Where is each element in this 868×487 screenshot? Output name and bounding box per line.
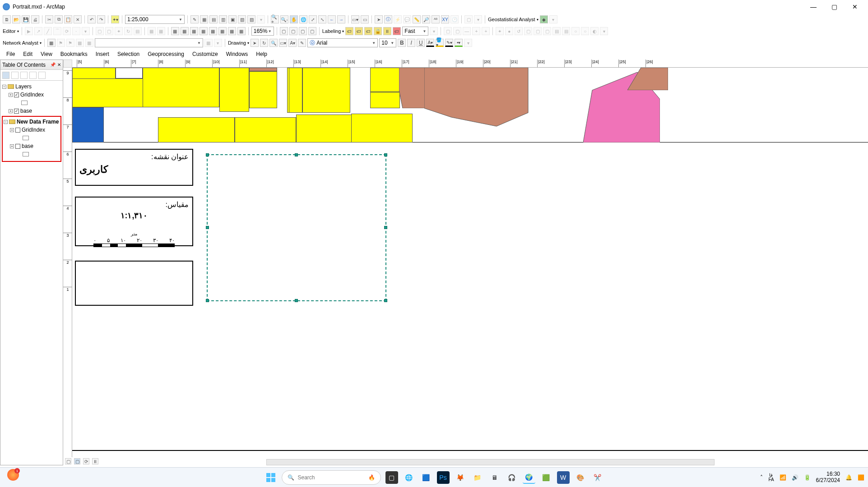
editor-toolbar-icon[interactable]: ✎ <box>190 15 199 23</box>
close-button[interactable]: ✕ <box>849 1 861 13</box>
viewer-icon[interactable]: ▢ <box>464 15 473 23</box>
edit-vertices-draw-icon[interactable]: ✎ <box>298 39 306 47</box>
paste-icon[interactable]: 📋 <box>64 15 72 23</box>
toc-list-visibility-icon[interactable] <box>20 72 28 79</box>
layer-checkbox[interactable] <box>15 144 20 149</box>
goto-xy-icon[interactable]: XY <box>441 15 449 23</box>
fill-color-icon[interactable]: 🪣▾ <box>436 39 444 47</box>
toc-pin-icon[interactable]: 📌 <box>50 62 56 67</box>
ddp-refresh-icon[interactable]: ▦ <box>209 27 217 35</box>
select-elements-icon[interactable]: ➤ <box>375 15 383 23</box>
map-title-box[interactable]: عنوان نقشه: کاربری <box>75 149 193 186</box>
lock-labels-icon[interactable]: 🔒 <box>374 27 382 35</box>
map-scale-box[interactable]: مقیاس: ۱:۱,۳۱۰ متر ۴۰ ۳۰ ۲۰ ۱۰ ۵ ۰ <box>75 197 193 246</box>
find-route-icon[interactable]: ᴬᴮ <box>432 15 440 23</box>
zoom-to-selected-icon[interactable]: 🔍 <box>269 39 278 47</box>
add-data-icon[interactable]: ✦▾ <box>111 15 119 23</box>
rotate-element-icon[interactable]: ↻ <box>260 39 268 47</box>
python-icon[interactable]: ▣ <box>228 15 237 23</box>
print-icon[interactable]: 🖨 <box>31 15 39 23</box>
geostat-wizard-icon[interactable]: ◆ <box>540 15 548 23</box>
copy-icon[interactable]: ⧉ <box>55 15 63 23</box>
italic-icon[interactable]: I <box>407 39 415 47</box>
zoom-in-icon[interactable]: 🔍+ <box>271 15 279 23</box>
tree-toggle[interactable]: − <box>2 85 6 89</box>
measure-icon[interactable]: 📏 <box>413 15 421 23</box>
menu-bookmarks[interactable]: Bookmarks <box>57 50 91 58</box>
layer-base-2[interactable]: base <box>22 143 33 149</box>
pan-icon[interactable]: ✋ <box>290 15 298 23</box>
layer-swatch[interactable] <box>21 101 28 105</box>
minimize-button[interactable]: — <box>808 1 819 13</box>
tree-toggle[interactable]: + <box>10 128 14 132</box>
full-extent-icon[interactable]: 🌐 <box>299 15 307 23</box>
layout-focus-icon[interactable]: ▢ <box>299 27 307 35</box>
network-analyst-menu[interactable]: Network Analyst <box>3 40 38 46</box>
catalog-icon[interactable]: ▤ <box>209 15 218 23</box>
gr-more-icon[interactable]: ▾ <box>600 27 608 35</box>
label-more-icon[interactable]: ▾ <box>430 27 438 35</box>
page-text-icon[interactable]: ▦ <box>237 27 246 35</box>
ddp-next-icon[interactable]: ▦ <box>190 27 198 35</box>
map-legend-box[interactable] <box>75 261 193 306</box>
draw-more-icon[interactable]: ▾ <box>464 39 472 47</box>
menu-geoprocessing[interactable]: Geoprocessing <box>144 50 188 58</box>
menu-insert[interactable]: Insert <box>92 50 113 58</box>
open-icon[interactable]: 📂 <box>12 15 20 23</box>
fixed-zoom-in-icon[interactable]: ⤢ <box>309 15 317 23</box>
menu-windows[interactable]: Windows <box>223 50 252 58</box>
ddp-setup-icon[interactable]: ▦ <box>218 27 227 35</box>
new-text-icon[interactable]: A▾ <box>288 39 297 47</box>
marker-color-icon[interactable]: •▾ <box>455 39 463 47</box>
model-builder-icon[interactable]: ▧ <box>238 15 246 23</box>
na-dd-icon[interactable]: ▾ <box>214 39 222 47</box>
toc-list-selection-icon[interactable] <box>29 72 37 79</box>
map-scale-combo[interactable]: 1:25,000 ▼ <box>125 15 185 24</box>
ddp-last-icon[interactable]: ▦ <box>200 27 208 35</box>
toolbox-icon[interactable]: ▦ <box>200 15 208 23</box>
layer-base[interactable]: base <box>20 108 32 114</box>
dataframe-new[interactable]: New Data Frame <box>17 119 59 125</box>
font-combo[interactable]: ⓞ Arial ▼ <box>307 38 378 47</box>
layer-checkbox[interactable]: ✓ <box>14 92 19 97</box>
undo-icon[interactable]: ↶ <box>88 15 96 23</box>
save-icon[interactable]: 💾 <box>22 15 30 23</box>
main-data-frame[interactable] <box>72 68 868 142</box>
find-icon[interactable]: 🔎 <box>422 15 430 23</box>
label-weight-icon[interactable]: 🏷 <box>364 27 372 35</box>
na-window-icon[interactable]: ▦ <box>47 39 56 47</box>
effects-icon[interactable]: ▾ <box>474 15 482 23</box>
layout-zoom-whole-icon[interactable]: ▢ <box>280 27 288 35</box>
menu-customize[interactable]: Customize <box>189 50 222 58</box>
underline-icon[interactable]: U <box>417 39 425 47</box>
layer-gridindex[interactable]: GridIndex <box>20 92 44 98</box>
toc-list-drawing-order-icon[interactable] <box>2 72 9 79</box>
horizontal-scrollbar[interactable] <box>266 459 715 465</box>
time-slider-icon[interactable]: 🕐 <box>450 15 459 23</box>
ddp-prev-icon[interactable]: ▦ <box>181 27 189 35</box>
toc-list-source-icon[interactable] <box>11 72 19 79</box>
pause-drawing-icon[interactable]: ⏸ <box>92 458 98 464</box>
dataframe-layers[interactable]: Layers <box>15 83 32 90</box>
layer-checkbox[interactable] <box>15 128 20 133</box>
menu-edit[interactable]: Edit <box>19 50 36 58</box>
data-view-icon[interactable]: ▢ <box>65 458 71 464</box>
search-window-icon[interactable]: ▥ <box>219 15 227 23</box>
layout-zoom-100-icon[interactable]: ▢ <box>289 27 297 35</box>
line-color-icon[interactable]: ✎▾ <box>445 39 453 47</box>
ddp-toolbar-icon[interactable]: ▦ <box>228 27 236 35</box>
layer-gridindex-2[interactable]: GridIndex <box>22 127 45 133</box>
clear-selection-icon[interactable]: ▭ <box>361 15 369 23</box>
identify-icon[interactable]: ⓘ <box>384 15 392 23</box>
delete-icon[interactable]: ✕ <box>74 15 82 23</box>
layout-canvas[interactable]: عنوان نقشه: کاربری مقیاس: ۱:۱,۳۱۰ متر ۴۰… <box>72 68 868 457</box>
select-element-icon[interactable]: ➤ <box>251 39 259 47</box>
font-size-combo[interactable]: 10 ▼ <box>379 38 396 47</box>
drawing-menu[interactable]: Drawing <box>228 40 246 46</box>
geostat-dropdown-icon[interactable]: ▾ <box>549 15 557 23</box>
layout-zoom-combo[interactable]: 165% ▼ <box>251 27 274 36</box>
zoom-out-icon[interactable]: 🔍- <box>280 15 288 23</box>
layer-checkbox[interactable]: ✓ <box>14 109 19 114</box>
editor-menu[interactable]: Editor <box>3 28 16 34</box>
label-manager-icon[interactable]: 🏷 <box>345 27 353 35</box>
